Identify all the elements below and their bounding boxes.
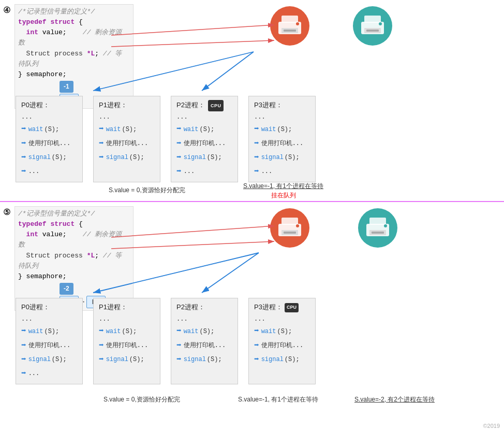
p1-title-1: P1进程：: [99, 99, 155, 111]
status-2-left: S.value = 0,资源恰好分配完: [103, 395, 180, 404]
status-2-right: S.value=-2, 有2个进程在等待: [354, 395, 435, 404]
p3-title-2: P3进程：: [254, 301, 283, 313]
p3-title-1: P3进程：: [254, 99, 310, 111]
p3-line-dots2: ➡...: [254, 165, 310, 179]
status-1-left: S.value = 0,资源恰好分配完: [109, 185, 185, 195]
process-box-p3-2: P3进程： CPU ... ➡wait (S); ➡使用打印机... ➡sign…: [248, 298, 316, 384]
p2-line-dots2: ➡...: [176, 165, 232, 179]
code-line-4: } semaphore;: [18, 69, 128, 80]
p2-line-wait1: ➡wait (S);: [176, 122, 232, 136]
p0-title-2: P0进程：: [21, 301, 77, 313]
code-line-2-1: typedef struct {: [18, 219, 128, 229]
svg-rect-2: [281, 16, 298, 23]
p3-line-print1: ➡使用打印机...: [254, 137, 310, 151]
p3-line-dots1: ...: [254, 112, 310, 122]
p0-line-print1: ➡使用打印机...: [21, 137, 77, 151]
printer-3-red: [269, 207, 310, 251]
process-row-1: P0进程： ... ➡wait (S); ➡使用打印机... ➡signal (…: [16, 96, 316, 182]
section-2: ⑤ /*记录型信号量的定义*/ typedef struct { int val…: [0, 202, 504, 420]
code-line-3: Struct process *L; // 等待队列: [18, 49, 128, 69]
p2-title-1: P2进程：: [176, 99, 205, 111]
p0-line-signal1: ➡signal (S);: [21, 151, 77, 165]
p3-line-signal1: ➡signal (S);: [254, 151, 310, 165]
p0-line-dots2: ➡...: [21, 165, 77, 179]
p1-line-wait1: ➡wait (S);: [99, 122, 155, 136]
section-num-2: ⑤: [3, 207, 10, 217]
svg-line-15: [111, 40, 274, 47]
svg-rect-22: [284, 232, 296, 234]
svg-rect-20: [281, 218, 298, 225]
code-line-1: typedef struct {: [18, 17, 128, 27]
code-line-2-2: int value; // 剩余资源数: [18, 229, 128, 250]
process-box-p0-1: P0进程： ... ➡wait (S); ➡使用打印机... ➡signal (…: [16, 96, 83, 182]
process-box-p1-2: P1进程： ... ➡wait (S); ➡使用打印机... ➡signal (…: [93, 298, 160, 384]
p2-title-row-1: P2进程： CPU: [176, 99, 232, 112]
printer-4-teal: [357, 207, 398, 251]
section-num-1: ④: [3, 5, 10, 15]
code-line-2-4: } semaphore;: [18, 271, 128, 282]
svg-point-29: [384, 224, 387, 227]
watermark: ©2019: [483, 423, 500, 429]
section-1: ④ /*记录型信号量的定义*/ typedef struct { int val…: [0, 0, 504, 202]
status-2-mid: S.value=-1, 有1个进程在等待: [238, 395, 318, 404]
cpu-chip-1: CPU: [208, 100, 224, 111]
svg-line-32: [111, 226, 274, 237]
process-box-p2-1: P2进程： CPU ... ➡wait (S); ➡使用打印机... ➡sign…: [171, 96, 238, 182]
process-box-p0-2: P0进程： ... ➡wait (S); ➡使用打印机... ➡signal (…: [16, 298, 83, 384]
process-box-p1-1: P1进程： ... ➡wait (S); ➡使用打印机... ➡signal (…: [93, 96, 160, 182]
cpu-chip-2: CPU: [285, 303, 299, 312]
p2-line-print1: ➡使用打印机...: [176, 137, 232, 151]
value-badge-1: -1: [60, 81, 73, 93]
svg-rect-10: [366, 30, 379, 32]
svg-rect-26: [369, 218, 386, 225]
svg-point-5: [296, 22, 299, 25]
printer-2-teal-1: [352, 5, 393, 49]
code-comment-2: /*记录型信号量的定义*/: [18, 209, 128, 219]
svg-rect-4: [284, 30, 296, 32]
p3-title-row-2: P3进程： CPU: [254, 301, 310, 314]
printer-1-red: [269, 5, 310, 49]
process-row-2: P0进程： ... ➡wait (S); ➡使用打印机... ➡signal (…: [16, 298, 316, 384]
badge-row-2: -2: [60, 283, 128, 295]
code-comment-1: /*记录型信号量的定义*/: [18, 7, 128, 17]
svg-point-23: [296, 224, 299, 227]
badge-row-1: -1: [60, 81, 128, 93]
code-line-2: int value; // 剩余资源数: [18, 27, 128, 48]
process-box-p3-1: P3进程： ... ➡wait (S); ➡使用打印机... ➡signal (…: [248, 96, 316, 182]
svg-rect-28: [372, 232, 384, 234]
value-badge-2: -2: [60, 283, 73, 295]
p0-line-wait1: ➡wait (S);: [21, 122, 77, 136]
svg-line-17: [202, 52, 254, 91]
p0-line-dots1: ...: [21, 112, 77, 122]
p2-title-2: P2进程：: [176, 301, 232, 313]
p2-line-signal1: ➡signal (S);: [176, 151, 232, 165]
code-block-2: /*记录型信号量的定义*/ typedef struct { int value…: [14, 206, 134, 311]
p1-line-dots1: ...: [99, 112, 155, 122]
p3-line-wait1: ➡wait (S);: [254, 122, 310, 136]
process-box-p2-2: P2进程： ... ➡wait (S); ➡使用打印机... ➡signal (…: [171, 298, 238, 384]
svg-line-35: [202, 253, 259, 293]
svg-line-33: [111, 241, 274, 249]
p1-title-2: P1进程：: [99, 301, 155, 313]
svg-point-11: [379, 22, 382, 25]
p2-line-dots1: ...: [176, 112, 232, 122]
status-1-right: S.value=-1, 有1个进程在等待 挂在队列: [243, 181, 323, 200]
svg-rect-8: [364, 16, 381, 23]
code-block-1: /*记录型信号量的定义*/ typedef struct { int value…: [14, 4, 134, 109]
svg-line-14: [111, 25, 274, 35]
p0-title-1: P0进程：: [21, 99, 77, 111]
code-line-2-3: Struct process *L; // 等待队列: [18, 251, 128, 271]
p1-line-signal1: ➡signal (S);: [99, 151, 155, 165]
p1-line-print1: ➡使用打印机...: [99, 137, 155, 151]
